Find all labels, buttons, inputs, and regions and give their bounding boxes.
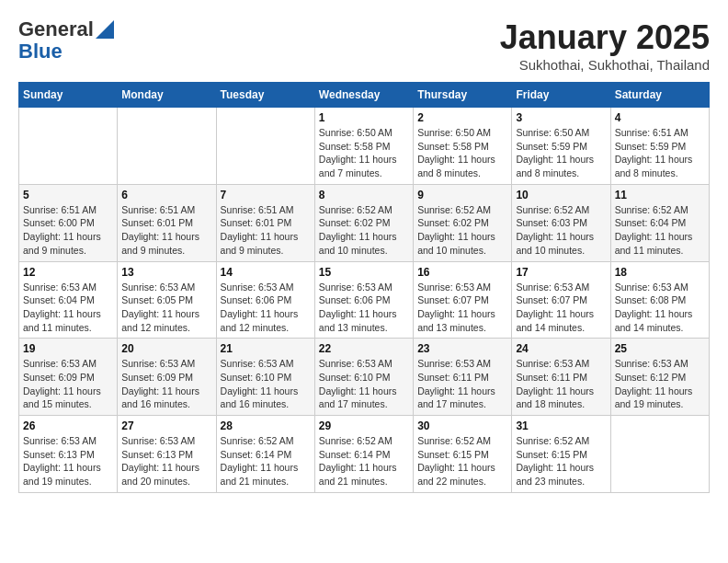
day-number: 24 bbox=[516, 342, 606, 355]
day-number: 2 bbox=[417, 111, 507, 124]
day-number: 1 bbox=[319, 111, 409, 124]
calendar-cell: 5Sunrise: 6:51 AMSunset: 6:00 PMDaylight… bbox=[19, 184, 118, 261]
day-info: Sunrise: 6:53 AMSunset: 6:09 PMDaylight:… bbox=[121, 357, 211, 411]
day-info: Sunrise: 6:50 AMSunset: 5:58 PMDaylight:… bbox=[319, 126, 409, 180]
calendar-cell: 10Sunrise: 6:52 AMSunset: 6:03 PMDayligh… bbox=[512, 184, 610, 261]
day-number: 9 bbox=[417, 189, 507, 201]
weekday-header: Wednesday bbox=[314, 83, 413, 108]
logo: General Blue bbox=[18, 18, 114, 63]
day-info: Sunrise: 6:53 AMSunset: 6:10 PMDaylight:… bbox=[319, 357, 409, 411]
day-info: Sunrise: 6:53 AMSunset: 6:13 PMDaylight:… bbox=[23, 434, 113, 488]
weekday-header: Tuesday bbox=[216, 83, 314, 108]
weekday-header: Monday bbox=[118, 83, 216, 108]
day-number: 10 bbox=[516, 189, 606, 201]
day-number: 17 bbox=[516, 266, 606, 279]
day-number: 3 bbox=[516, 111, 606, 124]
day-number: 25 bbox=[615, 342, 705, 355]
calendar-cell: 11Sunrise: 6:52 AMSunset: 6:04 PMDayligh… bbox=[610, 184, 709, 261]
weekday-header: Sunday bbox=[19, 83, 118, 108]
day-number: 5 bbox=[23, 189, 113, 201]
day-number: 7 bbox=[221, 189, 311, 201]
day-number: 26 bbox=[23, 419, 113, 432]
day-info: Sunrise: 6:53 AMSunset: 6:09 PMDaylight:… bbox=[23, 357, 113, 411]
calendar-cell: 28Sunrise: 6:52 AMSunset: 6:14 PMDayligh… bbox=[216, 416, 314, 493]
calendar-cell: 30Sunrise: 6:52 AMSunset: 6:15 PMDayligh… bbox=[414, 416, 512, 493]
day-info: Sunrise: 6:53 AMSunset: 6:08 PMDaylight:… bbox=[615, 281, 705, 335]
calendar-table: SundayMondayTuesdayWednesdayThursdayFrid… bbox=[18, 82, 710, 493]
day-info: Sunrise: 6:52 AMSunset: 6:04 PMDaylight:… bbox=[615, 203, 705, 258]
day-info: Sunrise: 6:53 AMSunset: 6:12 PMDaylight:… bbox=[615, 357, 705, 411]
day-info: Sunrise: 6:52 AMSunset: 6:15 PMDaylight:… bbox=[516, 434, 606, 488]
day-info: Sunrise: 6:50 AMSunset: 5:59 PMDaylight:… bbox=[516, 126, 606, 180]
calendar-cell: 7Sunrise: 6:51 AMSunset: 6:01 PMDaylight… bbox=[216, 184, 314, 261]
day-info: Sunrise: 6:53 AMSunset: 6:11 PMDaylight:… bbox=[417, 357, 507, 411]
calendar-cell: 8Sunrise: 6:52 AMSunset: 6:02 PMDaylight… bbox=[314, 184, 413, 261]
logo-icon bbox=[96, 20, 114, 39]
page-header: General Blue January 2025 Sukhothai, Suk… bbox=[18, 18, 710, 73]
day-number: 30 bbox=[417, 419, 507, 432]
day-info: Sunrise: 6:51 AMSunset: 6:01 PMDaylight:… bbox=[121, 203, 211, 258]
day-number: 23 bbox=[417, 342, 507, 355]
day-info: Sunrise: 6:53 AMSunset: 6:10 PMDaylight:… bbox=[221, 357, 311, 411]
day-number: 28 bbox=[221, 419, 311, 432]
calendar-cell bbox=[118, 108, 216, 185]
day-number: 29 bbox=[319, 419, 409, 432]
calendar-cell: 21Sunrise: 6:53 AMSunset: 6:10 PMDayligh… bbox=[216, 339, 314, 416]
calendar-cell: 9Sunrise: 6:52 AMSunset: 6:02 PMDaylight… bbox=[414, 184, 512, 261]
calendar-cell: 18Sunrise: 6:53 AMSunset: 6:08 PMDayligh… bbox=[610, 261, 709, 339]
day-number: 22 bbox=[319, 342, 409, 355]
calendar-cell: 1Sunrise: 6:50 AMSunset: 5:58 PMDaylight… bbox=[314, 108, 413, 185]
day-number: 18 bbox=[615, 266, 705, 279]
day-info: Sunrise: 6:53 AMSunset: 6:07 PMDaylight:… bbox=[417, 281, 507, 335]
calendar-cell: 2Sunrise: 6:50 AMSunset: 5:58 PMDaylight… bbox=[414, 108, 512, 185]
day-info: Sunrise: 6:53 AMSunset: 6:05 PMDaylight:… bbox=[121, 281, 211, 335]
calendar-cell: 22Sunrise: 6:53 AMSunset: 6:10 PMDayligh… bbox=[314, 339, 413, 416]
day-number: 16 bbox=[417, 266, 507, 279]
calendar-cell: 19Sunrise: 6:53 AMSunset: 6:09 PMDayligh… bbox=[19, 339, 118, 416]
day-number: 19 bbox=[23, 342, 113, 355]
day-number: 31 bbox=[516, 419, 606, 432]
weekday-header: Saturday bbox=[610, 83, 709, 108]
logo-text: General Blue bbox=[18, 18, 94, 63]
calendar-cell bbox=[216, 108, 314, 185]
calendar-cell: 3Sunrise: 6:50 AMSunset: 5:59 PMDaylight… bbox=[512, 108, 610, 185]
day-number: 20 bbox=[121, 342, 211, 355]
location-subtitle: Sukhothai, Sukhothai, Thailand bbox=[500, 57, 710, 73]
calendar-week-row: 5Sunrise: 6:51 AMSunset: 6:00 PMDaylight… bbox=[19, 184, 710, 261]
day-number: 8 bbox=[319, 189, 409, 201]
day-info: Sunrise: 6:52 AMSunset: 6:03 PMDaylight:… bbox=[516, 203, 606, 258]
calendar-cell: 23Sunrise: 6:53 AMSunset: 6:11 PMDayligh… bbox=[414, 339, 512, 416]
day-info: Sunrise: 6:51 AMSunset: 5:59 PMDaylight:… bbox=[615, 126, 705, 180]
calendar-header: SundayMondayTuesdayWednesdayThursdayFrid… bbox=[19, 83, 710, 108]
day-info: Sunrise: 6:50 AMSunset: 5:58 PMDaylight:… bbox=[417, 126, 507, 180]
calendar-cell: 27Sunrise: 6:53 AMSunset: 6:13 PMDayligh… bbox=[118, 416, 216, 493]
day-info: Sunrise: 6:53 AMSunset: 6:11 PMDaylight:… bbox=[516, 357, 606, 411]
calendar-cell: 20Sunrise: 6:53 AMSunset: 6:09 PMDayligh… bbox=[118, 339, 216, 416]
month-title: January 2025 bbox=[500, 18, 710, 57]
calendar-cell: 15Sunrise: 6:53 AMSunset: 6:06 PMDayligh… bbox=[314, 261, 413, 339]
calendar-week-row: 1Sunrise: 6:50 AMSunset: 5:58 PMDaylight… bbox=[19, 108, 710, 185]
calendar-cell: 6Sunrise: 6:51 AMSunset: 6:01 PMDaylight… bbox=[118, 184, 216, 261]
day-info: Sunrise: 6:53 AMSunset: 6:04 PMDaylight:… bbox=[23, 281, 113, 335]
calendar-week-row: 12Sunrise: 6:53 AMSunset: 6:04 PMDayligh… bbox=[19, 261, 710, 339]
day-info: Sunrise: 6:53 AMSunset: 6:07 PMDaylight:… bbox=[516, 281, 606, 335]
day-number: 12 bbox=[23, 266, 113, 279]
day-info: Sunrise: 6:52 AMSunset: 6:15 PMDaylight:… bbox=[417, 434, 507, 488]
day-info: Sunrise: 6:53 AMSunset: 6:13 PMDaylight:… bbox=[121, 434, 211, 488]
title-block: January 2025 Sukhothai, Sukhothai, Thail… bbox=[500, 18, 710, 73]
day-info: Sunrise: 6:53 AMSunset: 6:06 PMDaylight:… bbox=[319, 281, 409, 335]
day-number: 4 bbox=[615, 111, 705, 124]
day-info: Sunrise: 6:53 AMSunset: 6:06 PMDaylight:… bbox=[221, 281, 311, 335]
calendar-cell: 24Sunrise: 6:53 AMSunset: 6:11 PMDayligh… bbox=[512, 339, 610, 416]
day-number: 27 bbox=[121, 419, 211, 432]
day-info: Sunrise: 6:51 AMSunset: 6:00 PMDaylight:… bbox=[23, 203, 113, 258]
day-info: Sunrise: 6:51 AMSunset: 6:01 PMDaylight:… bbox=[221, 203, 311, 258]
calendar-cell: 29Sunrise: 6:52 AMSunset: 6:14 PMDayligh… bbox=[314, 416, 413, 493]
day-number: 15 bbox=[319, 266, 409, 279]
day-number: 21 bbox=[221, 342, 311, 355]
weekday-header: Thursday bbox=[414, 83, 512, 108]
weekday-header: Friday bbox=[512, 83, 610, 108]
svg-marker-0 bbox=[96, 20, 114, 39]
day-info: Sunrise: 6:52 AMSunset: 6:02 PMDaylight:… bbox=[319, 203, 409, 258]
calendar-cell bbox=[610, 416, 709, 493]
